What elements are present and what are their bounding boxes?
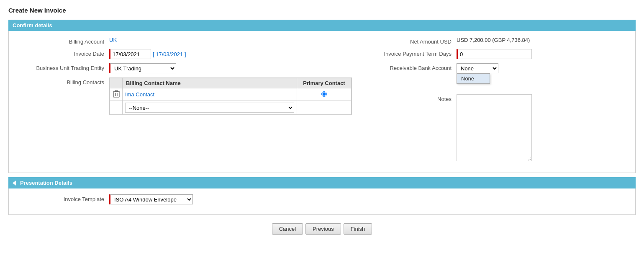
bank-account-select[interactable]: None — [457, 63, 498, 73]
net-amount-text: USD 7,200.00 (GBP 4,736.84) — [457, 37, 530, 43]
invoice-template-row: Invoice Template ISO A4 Window Envelope — [17, 194, 627, 204]
billing-contacts-value: Billing Contact Name Primary Contact — [109, 77, 352, 115]
net-amount-row: Net Amount USD USD 7,200.00 (GBP 4,736.8… — [360, 37, 627, 45]
presentation-details-header: Presentation Details — [8, 177, 636, 188]
billing-account-row: Billing Account UK — [17, 37, 352, 45]
invoice-date-value: [ 17/03/2021 ] — [109, 49, 352, 59]
invoice-date-row: Invoice Date [ 17/03/2021 ] — [17, 49, 352, 59]
invoice-template-label: Invoice Template — [17, 194, 109, 202]
billing-contacts-table: Billing Contact Name Primary Contact — [109, 77, 352, 115]
presentation-details-body: Invoice Template ISO A4 Window Envelope — [8, 188, 636, 215]
net-amount-label: Net Amount USD — [360, 37, 457, 45]
notes-label: Notes — [360, 94, 457, 102]
billing-contacts-col0-header — [110, 78, 123, 88]
primary-contact-radio[interactable] — [321, 91, 327, 97]
billing-account-label: Billing Account — [17, 37, 109, 45]
invoice-date-bracket[interactable]: [ 17/03/2021 ] — [153, 51, 186, 57]
billing-contacts-row: Billing Contacts Billing Contact Name Pr… — [17, 77, 352, 115]
presentation-details-section: Presentation Details Invoice Template IS… — [8, 177, 636, 215]
delete-contact-icon[interactable] — [113, 90, 120, 98]
business-unit-row: Business Unit Trading Entity UK Trading … — [17, 63, 352, 73]
svg-rect-0 — [113, 92, 119, 97]
notes-textarea[interactable] — [457, 94, 532, 161]
business-unit-label: Business Unit Trading Entity — [17, 63, 109, 71]
confirm-details-section: Confirm details Billing Account UK Invoi… — [8, 20, 636, 173]
notes-value — [457, 94, 627, 163]
dropdown-popup-none-item[interactable]: None — [457, 74, 490, 83]
billing-contacts-col2-header: Primary Contact — [297, 78, 352, 88]
invoice-template-select[interactable]: ISO A4 Window Envelope — [109, 194, 193, 204]
previous-button[interactable]: Previous — [305, 223, 341, 235]
invoice-template-value: ISO A4 Window Envelope — [109, 194, 627, 204]
bank-account-label: Receivable Bank Account — [360, 63, 457, 71]
bank-account-dropdown-popup: None — [457, 73, 490, 84]
billing-contacts-col1-header: Billing Contact Name — [123, 78, 297, 88]
confirm-right-panel: Net Amount USD USD 7,200.00 (GBP 4,736.8… — [360, 37, 627, 167]
confirm-details-header: Confirm details — [8, 20, 636, 31]
billing-account-value: UK — [109, 37, 352, 43]
finish-button[interactable]: Finish — [344, 223, 372, 235]
confirm-details-body: Billing Account UK Invoice Date [ 17/03/… — [8, 31, 636, 173]
notes-row: Notes — [360, 94, 627, 163]
invoice-date-label: Invoice Date — [17, 49, 109, 57]
confirm-details-title: Confirm details — [13, 22, 52, 28]
billing-contacts-label: Billing Contacts — [17, 77, 109, 85]
contact-name-link[interactable]: Ima Contact — [125, 91, 154, 98]
payment-term-row: Invoice Payment Term Days — [360, 49, 627, 59]
bank-account-value: None None — [457, 63, 627, 73]
presentation-details-title: Presentation Details — [20, 180, 72, 186]
page-title: Create New Invoice — [8, 7, 636, 14]
cancel-button[interactable]: Cancel — [272, 223, 303, 235]
collapse-triangle-icon — [13, 181, 16, 186]
payment-term-input[interactable] — [457, 49, 532, 59]
payment-term-label: Invoice Payment Term Days — [360, 49, 457, 57]
confirm-left-panel: Billing Account UK Invoice Date [ 17/03/… — [17, 37, 352, 167]
invoice-date-input[interactable] — [109, 49, 151, 59]
billing-account-link[interactable]: UK — [109, 37, 117, 43]
bank-account-row: Receivable Bank Account None None — [360, 63, 627, 73]
business-unit-value: UK Trading Other — [109, 63, 352, 73]
business-unit-select[interactable]: UK Trading Other — [109, 63, 176, 73]
table-row: --None-- — [110, 101, 352, 115]
table-row: Ima Contact — [110, 88, 352, 101]
payment-term-value — [457, 49, 627, 59]
net-amount-value: USD 7,200.00 (GBP 4,736.84) — [457, 37, 627, 43]
contact-select[interactable]: --None-- — [125, 103, 294, 113]
footer-buttons: Cancel Previous Finish — [8, 223, 636, 243]
